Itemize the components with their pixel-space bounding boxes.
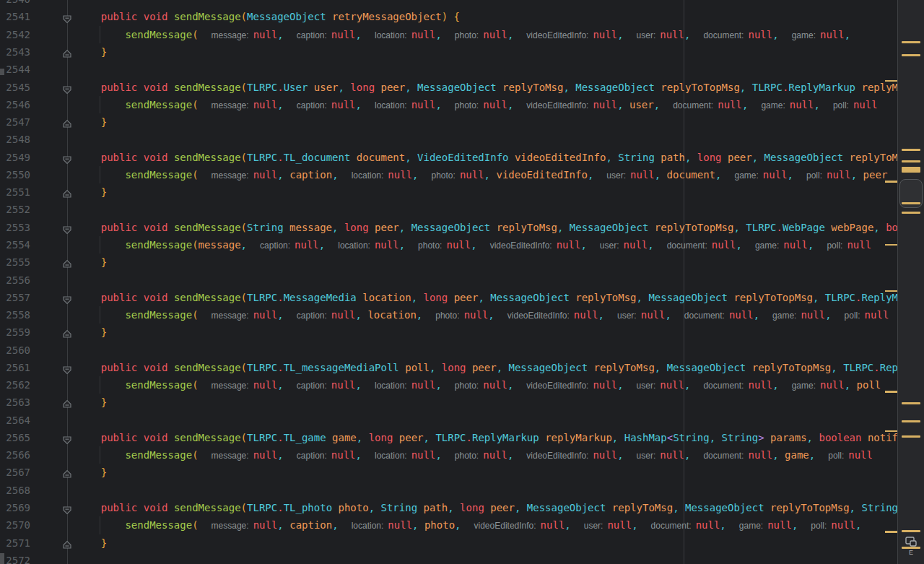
code-line[interactable]: 2566 sendMessage(message:null,caption:nu… <box>0 446 924 464</box>
fold-end-icon[interactable] <box>62 327 72 337</box>
code-text[interactable]: sendMessage(message:null,caption:null,lo… <box>77 96 924 113</box>
line-number[interactable]: 2551 <box>0 183 30 201</box>
code-line[interactable]: 2549 public void sendMessage(TLRPC.TL_do… <box>0 149 924 166</box>
code-text[interactable]: } <box>77 183 924 201</box>
code-line[interactable]: 2551 } <box>0 183 924 201</box>
fold-start-icon[interactable] <box>62 12 72 22</box>
code-text[interactable] <box>77 482 924 499</box>
code-line[interactable]: 2554 sendMessage(message,caption:null,lo… <box>0 236 924 253</box>
fold-start-icon[interactable] <box>62 152 72 162</box>
fold-start-icon[interactable] <box>62 503 72 513</box>
code-text[interactable] <box>77 272 924 289</box>
line-number[interactable]: 2559 <box>0 324 30 341</box>
code-line[interactable]: 2542 sendMessage(message:null,caption:nu… <box>0 26 924 43</box>
fold-end-icon[interactable] <box>62 397 72 407</box>
code-text[interactable]: } <box>77 464 924 481</box>
fold-start-icon[interactable] <box>62 292 72 303</box>
scrollbar-warning-mark[interactable] <box>902 202 920 204</box>
fold-end-icon[interactable] <box>62 117 72 127</box>
fold-end-icon[interactable] <box>62 538 72 548</box>
code-line[interactable]: 2567 } <box>0 464 924 481</box>
code-line[interactable]: 2565 public void sendMessage(TLRPC.TL_ga… <box>0 429 924 446</box>
code-line[interactable]: 2543 } <box>0 43 924 61</box>
code-text[interactable] <box>77 342 924 359</box>
line-number[interactable]: 2546 <box>0 96 30 113</box>
code-line[interactable]: 2569 public void sendMessage(TLRPC.TL_ph… <box>0 499 924 516</box>
code-line[interactable]: 2541 public void sendMessage(MessageObje… <box>0 8 924 25</box>
code-line[interactable]: 2546 sendMessage(message:null,caption:nu… <box>0 96 924 113</box>
scrollbar-warning-mark[interactable] <box>902 54 920 56</box>
code-text[interactable]: public void sendMessage(TLRPC.User user,… <box>77 79 924 96</box>
scrollbar-track[interactable] <box>897 0 924 564</box>
code-line[interactable]: 2560 <box>0 342 924 359</box>
line-number[interactable]: 2545 <box>0 79 30 96</box>
editor-corner-widget[interactable]: E <box>902 537 920 561</box>
code-text[interactable]: sendMessage(message,caption:null,locatio… <box>77 236 924 253</box>
fold-start-icon[interactable] <box>62 222 72 233</box>
fold-start-icon[interactable] <box>62 363 72 373</box>
code-text[interactable]: sendMessage(message:null,caption:null,lo… <box>77 446 924 464</box>
line-number[interactable]: 2554 <box>0 236 30 253</box>
code-text[interactable] <box>77 552 924 564</box>
code-text[interactable]: } <box>77 253 924 271</box>
code-line[interactable]: 2571 } <box>0 534 924 552</box>
line-number[interactable]: 2552 <box>0 201 30 218</box>
code-text[interactable] <box>77 61 924 78</box>
code-line[interactable]: 2545 public void sendMessage(TLRPC.User … <box>0 79 924 96</box>
line-number[interactable]: 2561 <box>0 359 30 376</box>
line-number[interactable]: 2567 <box>0 464 30 481</box>
line-number[interactable]: 2553 <box>0 219 30 236</box>
scrollbar-warning-mark[interactable] <box>902 530 920 532</box>
line-number[interactable]: 2550 <box>0 166 30 183</box>
code-text[interactable]: public void sendMessage(TLRPC.TL_documen… <box>77 149 924 166</box>
code-text[interactable]: } <box>77 534 924 552</box>
line-number[interactable]: 2558 <box>0 306 30 324</box>
code-line[interactable]: 2559 } <box>0 324 924 341</box>
scrollbar-warning-mark[interactable] <box>902 435 920 438</box>
line-number[interactable]: 2541 <box>0 8 30 25</box>
window-layout-icon[interactable] <box>902 537 920 547</box>
code-text[interactable]: public void sendMessage(String message, … <box>77 219 924 236</box>
code-line[interactable]: 2563 } <box>0 394 924 411</box>
code-text[interactable]: } <box>77 394 924 411</box>
scrollbar-warning-mark[interactable] <box>902 420 920 422</box>
line-number[interactable]: 2560 <box>0 342 30 359</box>
fold-end-icon[interactable] <box>62 467 72 477</box>
scrollbar-warning-mark[interactable] <box>902 167 920 173</box>
line-number[interactable]: 2547 <box>0 113 30 131</box>
line-number[interactable]: 2571 <box>0 534 30 552</box>
code-text[interactable] <box>77 131 924 148</box>
code-text[interactable]: public void sendMessage(TLRPC.TL_game ga… <box>77 429 924 446</box>
code-line[interactable]: 2570 sendMessage(message:null, caption,l… <box>0 516 924 534</box>
code-text[interactable]: sendMessage(message:null,caption:null,lo… <box>77 376 924 394</box>
line-number[interactable]: 2557 <box>0 289 30 306</box>
code-text[interactable]: sendMessage(message:null,caption:null,lo… <box>77 26 924 43</box>
code-line[interactable]: 2562 sendMessage(message:null,caption:nu… <box>0 376 924 394</box>
line-number[interactable]: 2556 <box>0 272 30 289</box>
code-line[interactable]: 2553 public void sendMessage(String mess… <box>0 219 924 236</box>
code-line[interactable]: 2555 } <box>0 253 924 271</box>
code-text[interactable]: sendMessage(message:null, caption,locati… <box>77 516 924 534</box>
code-line[interactable]: 2561 public void sendMessage(TLRPC.TL_me… <box>0 359 924 376</box>
line-number[interactable]: 2570 <box>0 516 30 534</box>
code-text[interactable]: sendMessage(message:null, caption,locati… <box>77 166 924 183</box>
fold-end-icon[interactable] <box>62 187 72 197</box>
line-number[interactable]: 2572 <box>0 552 30 564</box>
code-line[interactable]: 2540 <box>0 0 924 8</box>
scrollbar-warning-mark[interactable] <box>902 41 920 43</box>
code-line[interactable]: 2548 <box>0 131 924 148</box>
code-line[interactable]: 2564 <box>0 412 924 429</box>
scrollbar-warning-mark[interactable] <box>902 402 920 404</box>
code-line[interactable]: 2556 <box>0 272 924 289</box>
line-number[interactable]: 2548 <box>0 131 30 148</box>
code-text[interactable]: public void sendMessage(TLRPC.MessageMed… <box>77 289 924 306</box>
line-number[interactable]: 2543 <box>0 43 30 61</box>
code-text[interactable]: sendMessage(message:null,caption:null, l… <box>77 306 924 324</box>
fold-end-icon[interactable] <box>62 257 72 267</box>
line-number[interactable]: 2540 <box>0 0 30 8</box>
code-line[interactable]: 2557 public void sendMessage(TLRPC.Messa… <box>0 289 924 306</box>
line-number[interactable]: 2566 <box>0 446 30 464</box>
code-editor[interactable]: 25402541 public void sendMessage(Message… <box>0 0 924 564</box>
code-text[interactable]: } <box>77 43 924 61</box>
line-number[interactable]: 2562 <box>0 376 30 394</box>
